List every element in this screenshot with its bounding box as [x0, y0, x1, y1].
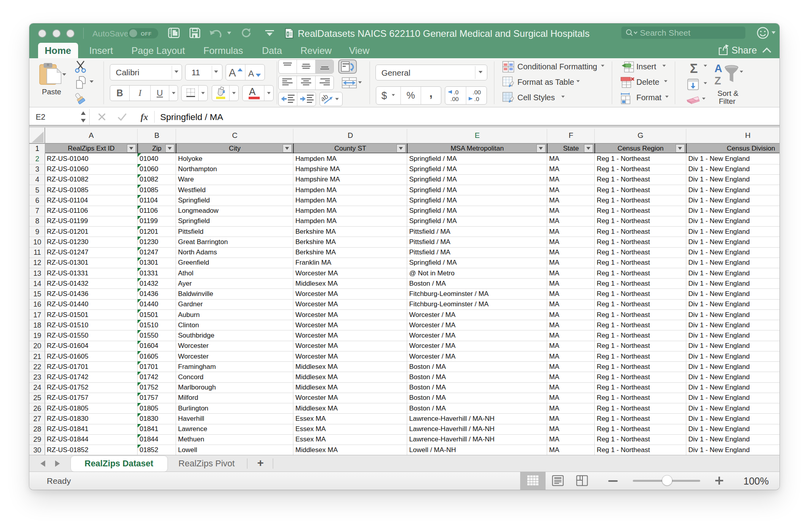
svg-text:.00: .00 — [473, 89, 481, 95]
svg-text:.0: .0 — [474, 95, 479, 102]
svg-text:Z: Z — [714, 75, 721, 87]
svg-text:.0: .0 — [454, 89, 459, 95]
svg-text:A: A — [248, 69, 254, 78]
svg-text:A: A — [229, 67, 236, 78]
svg-text:ab: ab — [322, 93, 329, 103]
svg-text:.00: .00 — [450, 95, 459, 102]
svg-text:A: A — [249, 86, 256, 97]
svg-text:A: A — [714, 63, 722, 74]
